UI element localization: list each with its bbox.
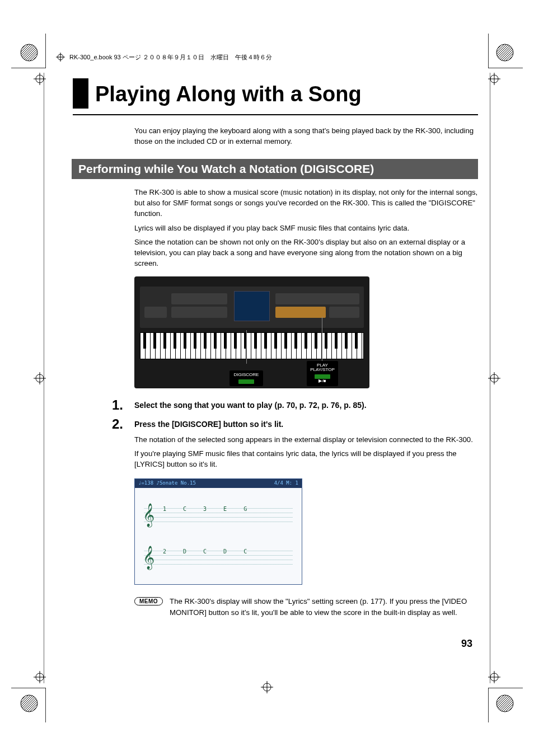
callout-label: PLAY/STOP — [310, 367, 335, 372]
staff-row-2: 𝄞 2 D C D C — [144, 546, 293, 569]
registration-mark-icon — [56, 53, 65, 62]
section-p3: Since the notation can be shown not only… — [134, 237, 478, 269]
step-number: 2. — [112, 417, 134, 431]
memo-block: MEMO The RK-300's display will show the … — [134, 596, 478, 617]
keyboard-keys — [140, 332, 364, 359]
corner-hatch-bl — [20, 694, 38, 712]
callout-digiscore: DIGISCORE — [229, 370, 263, 386]
chapter-title: Playing Along with a Song — [95, 78, 478, 109]
svg-point-7 — [496, 695, 513, 712]
step-2-desc: The notation of the selected song appear… — [134, 434, 478, 469]
score-titlebar: ♩=138 ♪Sonate No.15 4/4 M: 1 — [135, 479, 302, 488]
content-area: Playing Along with a Song You can enjoy … — [73, 78, 478, 661]
step-title: Select the song that you want to play (p… — [134, 398, 478, 412]
registration-mark — [488, 671, 500, 683]
staff-notes: 2 D C D C — [163, 548, 254, 555]
step-number: 1. — [112, 398, 134, 412]
callout-leader-line — [322, 317, 322, 364]
section-p2: Lyrics will also be displayed if you pla… — [134, 223, 478, 233]
registration-mark — [488, 73, 500, 85]
chapter-title-bar — [73, 78, 88, 109]
section-p1: The RK-300 is able to show a musical sco… — [134, 187, 478, 219]
svg-point-1 — [21, 44, 38, 61]
svg-point-3 — [496, 44, 513, 61]
registration-mark — [34, 372, 46, 384]
intro-text: You can enjoy playing the keyboard along… — [134, 125, 478, 147]
memo-badge: MEMO — [134, 597, 163, 605]
keyboard-panel — [140, 287, 364, 328]
svg-point-5 — [21, 695, 38, 712]
score-top-right: 4/4 M: 1 — [274, 480, 298, 487]
step2-p2: If you're playing SMF music files that c… — [134, 448, 478, 469]
corner-hatch-tl — [20, 44, 38, 62]
running-header-text: RK-300_e.book 93 ページ ２００８年９月１０日 水曜日 午後４時… — [69, 53, 272, 62]
play-stop-glyph: ▶/■ — [318, 378, 326, 383]
registration-mark — [34, 671, 46, 683]
registration-mark — [261, 681, 273, 693]
staff-row-1: 𝄞 1 C 3 E G — [144, 504, 293, 526]
step-1: 1. Select the song that you want to play… — [112, 398, 478, 412]
callout-label: DIGISCORE — [234, 372, 259, 377]
step2-p1: The notation of the selected song appear… — [134, 434, 478, 445]
staff-notes: 1 C 3 E G — [163, 506, 254, 512]
callout-play: PLAY PLAY/STOP ▶/■ — [307, 361, 338, 386]
section-body: The RK-300 is able to show a musical sco… — [134, 187, 478, 269]
section-heading: Performing while You Watch a Notation (D… — [72, 159, 478, 179]
keyboard-screen — [234, 291, 270, 321]
step-2: 2. Press the [DIGISCORE] button so it's … — [112, 417, 478, 431]
page: RK-300_e.book 93 ページ ２００８年９月１０日 水曜日 午後４時… — [0, 0, 534, 756]
keyboard-illustration: DIGISCORE PLAY PLAY/STOP ▶/■ — [134, 276, 369, 388]
corner-hatch-tr — [496, 44, 514, 62]
callout-label: PLAY — [317, 363, 328, 368]
running-header: RK-300_e.book 93 ページ ２００８年９月１０日 水曜日 午後４時… — [56, 53, 478, 62]
chapter-rule — [73, 114, 478, 115]
score-screen-illustration: ♩=138 ♪Sonate No.15 4/4 M: 1 𝄞 1 C 3 E G… — [134, 478, 302, 585]
chapter-title-row: Playing Along with a Song — [73, 78, 478, 109]
registration-mark — [34, 73, 46, 85]
page-number: 93 — [461, 638, 472, 650]
score-top-left: ♩=138 ♪Sonate No.15 — [138, 480, 196, 487]
memo-text: The RK-300's display will show the "Lyri… — [170, 596, 478, 617]
callout-leader-line — [246, 330, 247, 364]
button-led-icon — [238, 379, 254, 384]
registration-mark — [488, 372, 500, 384]
intro-paragraph: You can enjoy playing the keyboard along… — [134, 125, 478, 147]
step-title: Press the [DIGISCORE] button so it's lit… — [134, 417, 478, 431]
corner-hatch-br — [496, 694, 514, 712]
